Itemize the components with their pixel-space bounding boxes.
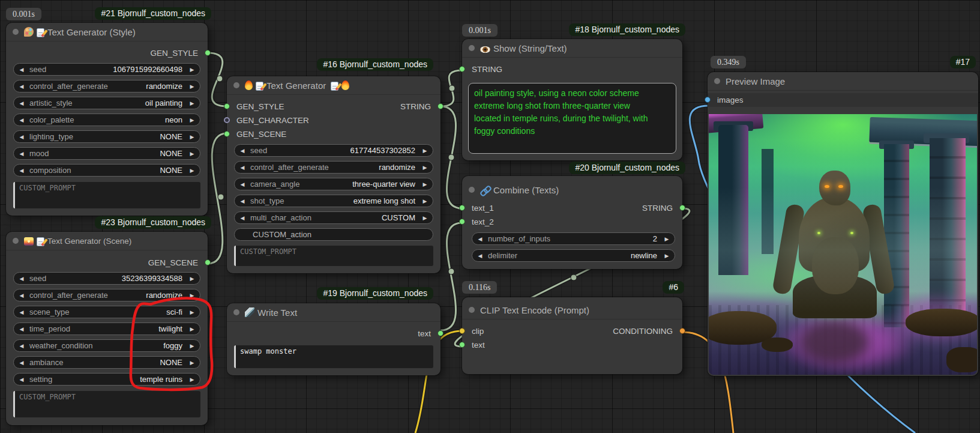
increment-arrow-icon[interactable]: ▶ bbox=[417, 162, 433, 173]
widget-custom-action[interactable]: CUSTOM_action bbox=[234, 228, 433, 241]
widget-number-of-inputs[interactable]: ◀ number_of_inputs 2 ▶ bbox=[472, 232, 675, 245]
decrement-arrow-icon[interactable]: ◀ bbox=[235, 178, 250, 190]
node-clip-text-encode[interactable]: CLIP Text Encode (Prompt) clip CONDITION… bbox=[462, 297, 682, 374]
custom-prompt-textarea[interactable]: CUSTOM_PROMPT bbox=[234, 246, 433, 266]
node-write-text[interactable]: Write Text text swamp monster bbox=[227, 303, 440, 375]
node-show-string-text[interactable]: Show (String/Text) STRING oil painting s… bbox=[462, 39, 682, 160]
widget-composition[interactable]: ◀ composition NONE ▶ bbox=[13, 164, 200, 177]
node-header[interactable]: Write Text bbox=[227, 303, 440, 322]
increment-arrow-icon[interactable]: ▶ bbox=[659, 233, 675, 244]
node-header[interactable]: CLIP Text Encode (Prompt) bbox=[462, 301, 682, 319]
decrement-arrow-icon[interactable]: ◀ bbox=[235, 145, 250, 156]
node-header[interactable]: Show (String/Text) bbox=[462, 39, 682, 58]
increment-arrow-icon[interactable]: ▶ bbox=[184, 131, 200, 142]
custom-prompt-textarea[interactable]: CUSTOM_PROMPT bbox=[13, 182, 200, 208]
collapse-dot[interactable] bbox=[469, 187, 475, 193]
widget-shot-type[interactable]: ◀ shot_type extreme long shot ▶ bbox=[234, 195, 433, 207]
output-slot-gen-style[interactable] bbox=[205, 50, 211, 56]
decrement-arrow-icon[interactable]: ◀ bbox=[472, 250, 488, 261]
increment-arrow-icon[interactable]: ▶ bbox=[417, 145, 433, 156]
widget-scene-type[interactable]: ◀ scene_type sci-fi ▶ bbox=[13, 306, 200, 318]
widget-value[interactable]: randomize bbox=[108, 80, 184, 92]
decrement-arrow-icon[interactable]: ◀ bbox=[14, 374, 29, 385]
widget-value[interactable]: sci-fi bbox=[70, 306, 185, 318]
show-text-output[interactable]: oil painting style, using a neon color s… bbox=[468, 83, 676, 154]
widget-multi-char-action[interactable]: ◀ multi_char_action CUSTOM ▶ bbox=[234, 211, 433, 224]
node-text-generator-style[interactable]: Text Generator (Style) GEN_STYLE ◀ seed … bbox=[6, 23, 208, 216]
widget-value[interactable]: CUSTOM bbox=[311, 212, 417, 223]
widget-seed[interactable]: ◀ seed 1067915992660498 ▶ bbox=[13, 63, 200, 76]
widget-value[interactable]: three-quarter view bbox=[299, 178, 417, 190]
widget-delimiter[interactable]: ◀ delimiter newline ▶ bbox=[472, 249, 675, 262]
widget-time-period[interactable]: ◀ time_period twilight ▶ bbox=[13, 322, 200, 335]
decrement-arrow-icon[interactable]: ◀ bbox=[14, 289, 29, 301]
widget-color-palette[interactable]: ◀ color_palette neon ▶ bbox=[13, 114, 200, 126]
collapse-dot[interactable] bbox=[469, 45, 475, 51]
input-slot-text-2[interactable] bbox=[459, 219, 465, 225]
node-header[interactable]: Text Generator bbox=[227, 76, 440, 95]
node-header[interactable]: Combine (Texts) bbox=[462, 181, 682, 199]
widget-camera-angle[interactable]: ◀ camera_angle three-quarter view ▶ bbox=[234, 178, 433, 190]
output-slot-string[interactable] bbox=[437, 103, 443, 109]
widget-value[interactable]: NONE bbox=[73, 131, 184, 142]
input-slot-clip[interactable] bbox=[459, 328, 465, 334]
widget-value[interactable]: oil painting bbox=[73, 97, 184, 109]
decrement-arrow-icon[interactable]: ◀ bbox=[14, 97, 29, 109]
widget-value[interactable]: extreme long shot bbox=[284, 195, 417, 207]
decrement-arrow-icon[interactable]: ◀ bbox=[14, 340, 29, 351]
collapse-dot[interactable] bbox=[469, 307, 475, 313]
decrement-arrow-icon[interactable]: ◀ bbox=[14, 64, 29, 75]
widget-seed[interactable]: ◀ seed 35236399334588 ▶ bbox=[13, 272, 200, 285]
widget-control-after-generate[interactable]: ◀ control_after_generate randomize ▶ bbox=[13, 289, 200, 301]
widget-value[interactable]: 35236399334588 bbox=[46, 273, 184, 284]
increment-arrow-icon[interactable]: ▶ bbox=[184, 273, 200, 284]
widget-value[interactable]: NONE bbox=[63, 357, 184, 368]
widget-value[interactable]: foggy bbox=[93, 340, 184, 351]
node-combine-texts[interactable]: Combine (Texts) text_1 STRING text_2 ◀ n… bbox=[462, 176, 682, 269]
decrement-arrow-icon[interactable]: ◀ bbox=[472, 233, 488, 244]
increment-arrow-icon[interactable]: ▶ bbox=[417, 212, 433, 223]
decrement-arrow-icon[interactable]: ◀ bbox=[14, 165, 29, 176]
output-slot-text[interactable] bbox=[437, 330, 443, 336]
decrement-arrow-icon[interactable]: ◀ bbox=[14, 114, 29, 126]
collapse-dot[interactable] bbox=[233, 82, 239, 88]
decrement-arrow-icon[interactable]: ◀ bbox=[14, 357, 29, 368]
decrement-arrow-icon[interactable]: ◀ bbox=[14, 273, 29, 284]
widget-value[interactable]: 617744537302852 bbox=[267, 145, 417, 156]
widget-value[interactable]: NONE bbox=[49, 148, 184, 159]
node-header[interactable]: Preview Image bbox=[708, 72, 978, 91]
increment-arrow-icon[interactable]: ▶ bbox=[184, 374, 200, 385]
decrement-arrow-icon[interactable]: ◀ bbox=[235, 212, 250, 223]
decrement-arrow-icon[interactable]: ◀ bbox=[14, 306, 29, 318]
widget-control-after-generate[interactable]: ◀ control_after_generate randomize ▶ bbox=[13, 80, 200, 92]
input-slot-text[interactable] bbox=[459, 342, 465, 348]
widget-value[interactable]: neon bbox=[74, 114, 184, 126]
decrement-arrow-icon[interactable]: ◀ bbox=[14, 323, 29, 335]
increment-arrow-icon[interactable]: ▶ bbox=[184, 357, 200, 368]
decrement-arrow-icon[interactable]: ◀ bbox=[14, 148, 29, 159]
custom-prompt-textarea[interactable]: CUSTOM_PROMPT bbox=[13, 391, 200, 417]
widget-ambiance[interactable]: ◀ ambiance NONE ▶ bbox=[13, 356, 200, 369]
collapse-dot[interactable] bbox=[13, 238, 19, 244]
increment-arrow-icon[interactable]: ▶ bbox=[659, 250, 675, 261]
widget-value[interactable]: 2 bbox=[550, 233, 659, 244]
widget-setting[interactable]: ◀ setting temple ruins ▶ bbox=[13, 373, 200, 386]
decrement-arrow-icon[interactable]: ◀ bbox=[14, 131, 29, 142]
input-slot-string[interactable] bbox=[459, 66, 465, 72]
widget-mood[interactable]: ◀ mood NONE ▶ bbox=[13, 147, 200, 160]
increment-arrow-icon[interactable]: ▶ bbox=[184, 340, 200, 351]
increment-arrow-icon[interactable]: ▶ bbox=[184, 306, 200, 318]
increment-arrow-icon[interactable]: ▶ bbox=[184, 289, 200, 301]
input-slot-images[interactable] bbox=[705, 97, 711, 103]
widget-value[interactable]: randomize bbox=[329, 162, 417, 173]
widget-value[interactable]: randomize bbox=[108, 289, 184, 301]
widget-value[interactable]: 1067915992660498 bbox=[46, 64, 184, 75]
output-slot-string[interactable] bbox=[679, 205, 685, 211]
increment-arrow-icon[interactable]: ▶ bbox=[417, 178, 433, 190]
widget-value[interactable]: temple ruins bbox=[52, 374, 184, 385]
collapse-dot[interactable] bbox=[714, 78, 720, 84]
widget-value[interactable]: twilight bbox=[70, 323, 184, 335]
input-slot-gen-style[interactable] bbox=[224, 103, 230, 109]
increment-arrow-icon[interactable]: ▶ bbox=[184, 64, 200, 75]
input-slot-gen-character[interactable] bbox=[224, 117, 230, 123]
